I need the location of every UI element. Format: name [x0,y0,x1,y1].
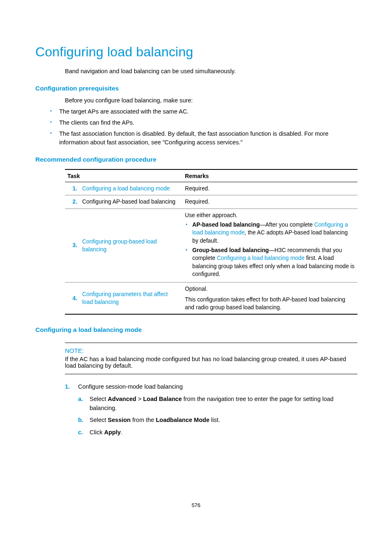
bold-text: Load Balance [143,396,182,402]
table-row: 4. Configuring parameters that affect lo… [65,283,357,314]
note-text: If the AC has a load balancing mode conf… [65,356,357,369]
remark-text: Required. [182,182,357,195]
remark-text: Required. [182,195,357,209]
text: —After you complete [260,222,314,228]
task-link[interactable]: Configuring group-based load balancing [82,239,157,253]
remark-text: This configuration takes effect for both… [185,296,355,312]
text: list. [210,417,220,423]
section-procedure: Recommended configuration procedure [35,156,357,163]
remark-cell: Use either approach. AP-based load balan… [182,209,357,283]
substep-item: b. Select Session from the Loadbalance M… [78,416,357,425]
list-item: The fast association function is disable… [50,130,357,147]
section-mode: Configuring a load balancing mode [35,326,357,334]
table-row: 2. Configuring AP-based load balancing R… [65,195,357,209]
bold-text: Apply [104,429,120,436]
text: Click [90,429,104,436]
intro-text: Band navigation and load balancing can b… [65,67,357,76]
text: Select [90,417,108,423]
text: . [121,429,122,436]
task-link[interactable]: Configuring parameters that affect load … [82,291,168,305]
text: from the [131,417,156,423]
remark-lead: Use either approach. [185,211,355,219]
prereq-list: The target APs are associated with the s… [50,107,357,147]
col-remarks: Remarks [182,169,357,182]
note-label: NOTE: [65,347,357,354]
task-text: Configuring AP-based load balancing [80,195,182,209]
row-num: 1. [65,182,80,195]
task-link[interactable]: Configuring a load balancing mode [82,185,170,192]
remark-text: Optional. [185,285,355,293]
list-item: Group-based load balancing—H3C recommend… [185,246,355,278]
procedure-table: Task Remarks 1. Configuring a load balan… [65,169,357,315]
table-row: 1. Configuring a load balancing mode Req… [65,182,357,195]
step-number: 1. [65,382,70,392]
row-num: 4. [65,283,80,314]
row-num: 2. [65,195,80,209]
table-row: 3. Configuring group-based load balancin… [65,209,357,283]
text: Select [90,396,108,402]
page-title: Configuring load balancing [35,44,357,60]
inline-link[interactable]: Configuring a load balancing mode [217,255,304,261]
substep-letter: b. [78,416,83,425]
bold-text: Loadbalance Mode [156,417,210,423]
page-number: 576 [0,502,392,508]
text: > [136,396,143,402]
bold-text: Group-based load balancing [192,247,269,253]
substep-item: a. Select Advanced > Load Balance from t… [78,395,357,413]
note-box: NOTE: If the AC has a load balancing mod… [65,343,357,374]
step-item: 1. Configure session-mode load balancing… [65,382,357,437]
list-item: The target APs are associated with the s… [50,107,357,116]
row-num: 3. [65,209,80,283]
prereq-lead: Before you configure load balancing, mak… [65,96,357,105]
bold-text: Session [108,417,131,423]
step-text: Configure session-mode load balancing [78,383,183,390]
substep-letter: a. [78,395,83,404]
steps-list: 1. Configure session-mode load balancing… [65,382,357,437]
bold-text: AP-based load balancing [192,222,260,228]
list-item: The clients can find the APs. [50,118,357,127]
list-item: AP-based load balancing—After you comple… [185,221,355,245]
col-task: Task [65,169,182,182]
substep-letter: c. [78,428,83,437]
remark-cell: Optional. This configuration takes effec… [182,283,357,314]
section-prerequisites: Configuration prerequisites [35,85,357,92]
bold-text: Advanced [108,396,136,402]
substep-item: c. Click Apply. [78,428,357,437]
